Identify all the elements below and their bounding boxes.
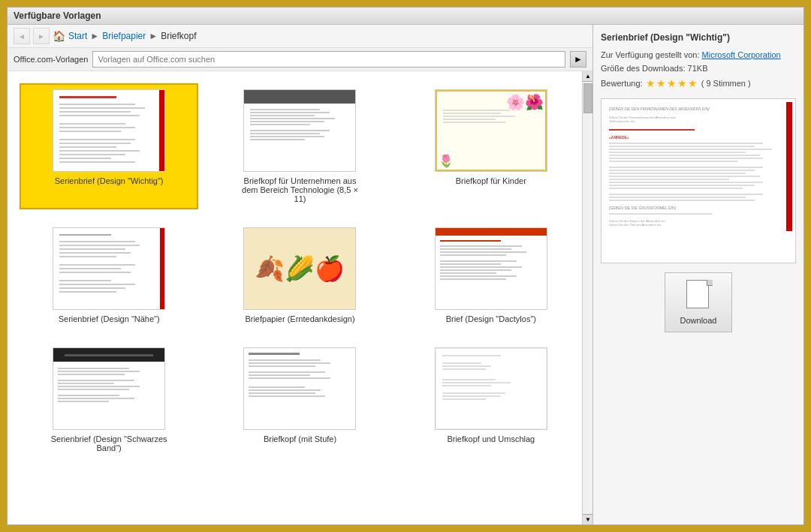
template-label-tech: Briefkopf für Unternehmen aus dem Bereic… xyxy=(240,176,360,203)
template-item-ernte[interactable]: 🍂🌽🍎 Briefpapier (Erntedankdesign) xyxy=(210,221,389,329)
template-label-stufe: Briefkopf (mit Stufe) xyxy=(264,434,336,443)
search-bar: Office.com-Vorlagen ► xyxy=(8,48,592,71)
template-thumb-umschlag xyxy=(435,347,547,430)
forward-button[interactable]: ► xyxy=(33,28,50,44)
preview-box: [GEBEN SIE DEN FIRMENNAMEN DES ABSENDERS… xyxy=(601,98,796,263)
templates-grid: Serienbrief (Design "Wichtig") xyxy=(8,71,592,470)
scroll-up-button[interactable]: ▲ xyxy=(583,71,592,82)
breadcrumb-briefpapier[interactable]: Briefpapier xyxy=(102,31,146,41)
template-thumb-kinder: 🌸🌺 🌷 xyxy=(435,89,547,172)
template-label-kinder: Briefkopf für Kinder xyxy=(456,176,526,185)
search-input[interactable] xyxy=(92,51,565,68)
template-item-wichtig[interactable]: Serienbrief (Design "Wichtig") xyxy=(20,83,198,209)
template-label-ernte: Briefpapier (Erntedankdesign) xyxy=(245,314,354,323)
preview-content: [GEBEN SIE DEN FIRMENNAMEN DES ABSENDERS… xyxy=(604,102,792,231)
download-button[interactable]: Download xyxy=(665,272,732,332)
template-thumb-schwarzes xyxy=(53,347,165,430)
template-item-nahe[interactable]: Serienbrief (Design "Nähe") xyxy=(20,221,198,329)
title-bar: Verfügbare Vorlagen xyxy=(8,8,803,25)
provider-link[interactable]: Microsoft Corporation xyxy=(702,50,781,59)
preview-red-bar xyxy=(786,102,792,231)
download-button-area: Download xyxy=(601,272,796,332)
template-thumb-ernte: 🍂🌽🍎 xyxy=(243,227,356,310)
search-section-label: Office.com-Vorlagen xyxy=(14,55,88,64)
template-item-umschlag[interactable]: Briefkopf und Umschlag xyxy=(402,341,580,458)
votes: ( 9 Stimmen ) xyxy=(701,77,751,91)
template-item-kinder[interactable]: 🌸🌺 🌷 xyxy=(402,83,580,209)
provider-label: Zur Verfügung gestellt von: xyxy=(601,50,699,59)
breadcrumb: Start ► Briefpapier ► Briefkopf xyxy=(68,31,197,41)
template-label-dactylos: Brief (Design "Dactylos") xyxy=(446,314,536,323)
back-button[interactable]: ◄ xyxy=(14,28,30,44)
detail-info: Zur Verfügung gestellt von: Microsoft Co… xyxy=(601,49,796,92)
template-thumb-nahe xyxy=(53,227,165,310)
template-label-wichtig: Serienbrief (Design "Wichtig") xyxy=(55,176,164,185)
scrollbar[interactable]: ▲ ▼ xyxy=(582,71,592,524)
breadcrumb-start[interactable]: Start xyxy=(68,31,87,41)
left-panel: ◄ ► 🏠 Start ► Briefpapier ► Briefkopf Of… xyxy=(8,25,593,524)
scroll-thumb[interactable] xyxy=(583,83,592,113)
template-label-nahe: Serienbrief (Design "Nähe") xyxy=(59,314,160,323)
size-value: 71KB xyxy=(688,64,708,73)
download-label: Download xyxy=(680,316,717,325)
stars: ★★★★★ xyxy=(646,75,698,92)
template-label-umschlag: Briefkopf und Umschlag xyxy=(447,434,535,443)
detail-title: Serienbrief (Design "Wichtig") xyxy=(601,32,796,43)
scroll-down-button[interactable]: ▼ xyxy=(583,514,592,524)
preview-image: [GEBEN SIE DEN FIRMENNAMEN DES ABSENDERS… xyxy=(604,102,792,260)
template-item-schwarzes[interactable]: Serienbrief (Design "Schwarzes Band") xyxy=(20,341,198,458)
document-fold xyxy=(707,280,713,286)
template-thumb-wichtig xyxy=(53,89,165,172)
rating-label: Bewertung: xyxy=(601,77,643,91)
title: Verfügbare Vorlagen xyxy=(14,11,101,21)
template-thumb-stufe xyxy=(243,347,356,430)
templates-grid-wrapper: Serienbrief (Design "Wichtig") xyxy=(8,71,592,524)
template-thumb-tech xyxy=(243,89,356,172)
home-icon: 🏠 xyxy=(53,30,65,42)
search-go-button[interactable]: ► xyxy=(570,51,586,68)
breadcrumb-briefkopf: Briefkopf xyxy=(161,31,196,41)
template-item-dactylos[interactable]: Brief (Design "Dactylos") xyxy=(402,221,580,329)
document-body xyxy=(686,280,709,308)
nav-bar: ◄ ► 🏠 Start ► Briefpapier ► Briefkopf xyxy=(8,25,592,48)
right-panel: Serienbrief (Design "Wichtig") Zur Verfü… xyxy=(593,25,803,524)
template-item-stufe[interactable]: Briefkopf (mit Stufe) xyxy=(210,341,389,458)
template-label-schwarzes: Serienbrief (Design "Schwarzes Band") xyxy=(49,434,169,452)
size-label: Größe des Downloads: xyxy=(601,64,686,73)
download-icon xyxy=(685,280,712,313)
template-thumb-dactylos xyxy=(435,227,547,310)
template-item-tech[interactable]: Briefkopf für Unternehmen aus dem Bereic… xyxy=(210,83,389,209)
